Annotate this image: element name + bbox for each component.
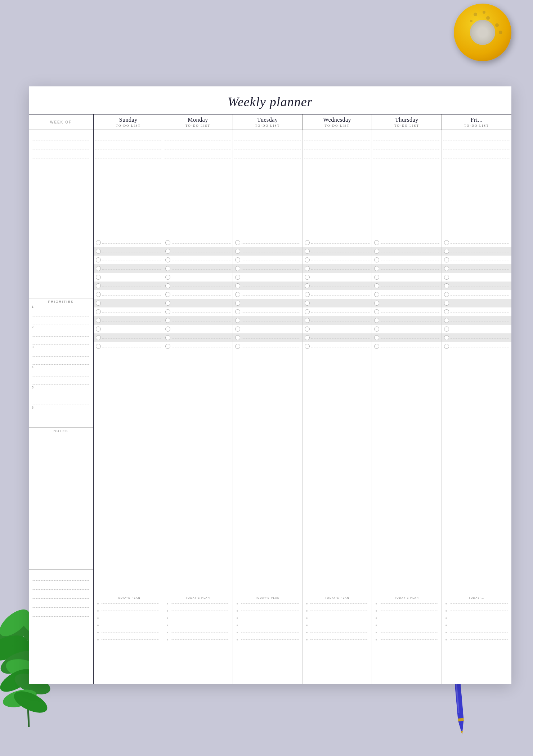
checkbox[interactable] (96, 240, 101, 245)
checkbox[interactable] (444, 283, 449, 288)
checkbox[interactable] (165, 309, 170, 314)
checkbox[interactable] (235, 301, 240, 306)
checkbox[interactable] (305, 292, 310, 297)
checkbox[interactable] (374, 327, 379, 332)
checkbox[interactable] (235, 327, 240, 332)
checkbox[interactable] (96, 249, 101, 254)
checkbox[interactable] (374, 335, 379, 340)
checkbox[interactable] (374, 301, 379, 306)
checkbox[interactable] (235, 249, 240, 254)
checkbox[interactable] (305, 275, 310, 280)
checkbox[interactable] (165, 327, 170, 332)
checkbox-row (442, 290, 511, 299)
checkbox[interactable] (165, 318, 170, 323)
checkbox[interactable] (305, 327, 310, 332)
checkbox[interactable] (305, 335, 310, 340)
plan-dot-row (303, 629, 372, 636)
checkbox[interactable] (444, 240, 449, 245)
checkbox[interactable] (96, 292, 101, 297)
checkbox[interactable] (165, 257, 170, 262)
checkbox[interactable] (165, 283, 170, 288)
checkbox[interactable] (444, 309, 449, 314)
checkbox[interactable] (374, 240, 379, 245)
checkbox[interactable] (96, 318, 101, 323)
checkbox[interactable] (96, 283, 101, 288)
checkbox[interactable] (165, 249, 170, 254)
checkbox[interactable] (96, 266, 101, 271)
checkbox[interactable] (235, 344, 240, 349)
checkbox[interactable] (374, 309, 379, 314)
checkbox[interactable] (235, 292, 240, 297)
week-of-label: WEEK OF (50, 120, 72, 124)
checkbox[interactable] (96, 301, 101, 306)
checkbox[interactable] (165, 301, 170, 306)
checkbox[interactable] (374, 275, 379, 280)
checkbox[interactable] (305, 283, 310, 288)
checkbox[interactable] (165, 344, 170, 349)
checkbox[interactable] (235, 275, 240, 280)
checkbox-row (94, 238, 163, 247)
checkbox[interactable] (444, 292, 449, 297)
checkbox[interactable] (444, 249, 449, 254)
checkbox[interactable] (444, 266, 449, 271)
day-sub-wednesday: TO-DO LIST (325, 124, 350, 127)
day-name-wednesday: Wednesday (323, 117, 351, 123)
checkbox[interactable] (444, 335, 449, 340)
priority-2: 2 (32, 325, 90, 345)
checkbox[interactable] (374, 318, 379, 323)
checkbox[interactable] (96, 344, 101, 349)
checkbox[interactable] (96, 257, 101, 262)
checkbox[interactable] (235, 283, 240, 288)
checkbox-row (163, 333, 232, 342)
checkbox[interactable] (165, 292, 170, 297)
checkbox[interactable] (374, 283, 379, 288)
checkbox[interactable] (235, 309, 240, 314)
header-tuesday: Tuesday TO-DO LIST (233, 114, 303, 130)
checkbox[interactable] (305, 344, 310, 349)
checkbox[interactable] (235, 240, 240, 245)
checkbox[interactable] (305, 266, 310, 271)
checkbox[interactable] (444, 257, 449, 262)
checkbox[interactable] (235, 318, 240, 323)
checkbox[interactable] (165, 335, 170, 340)
checkbox[interactable] (374, 249, 379, 254)
checkbox[interactable] (165, 275, 170, 280)
tuesday-checkboxes (233, 238, 302, 595)
checkbox[interactable] (235, 335, 240, 340)
checkbox[interactable] (235, 257, 240, 262)
checkbox[interactable] (305, 318, 310, 323)
checkbox-row (442, 256, 511, 264)
checkbox[interactable] (444, 275, 449, 280)
checkbox[interactable] (96, 335, 101, 340)
checkbox[interactable] (96, 327, 101, 332)
checkbox[interactable] (374, 266, 379, 271)
checkbox[interactable] (96, 275, 101, 280)
checkbox-row (442, 299, 511, 307)
header-friday: Fri... TO-DO LIST (442, 114, 511, 130)
checkbox-row (442, 333, 511, 342)
day-column-sunday: TODAY'S PLAN (94, 130, 163, 684)
checkbox[interactable] (305, 257, 310, 262)
checkbox-row (303, 256, 372, 264)
checkbox[interactable] (444, 327, 449, 332)
checkbox-row (442, 316, 511, 325)
checkbox[interactable] (165, 266, 170, 271)
checkbox[interactable] (444, 344, 449, 349)
checkbox[interactable] (444, 318, 449, 323)
plan-dot-row (94, 629, 163, 636)
checkbox[interactable] (96, 309, 101, 314)
checkbox[interactable] (305, 249, 310, 254)
checkbox[interactable] (305, 309, 310, 314)
checkbox[interactable] (374, 292, 379, 297)
priority-4: 4 (32, 365, 90, 385)
checkbox[interactable] (305, 301, 310, 306)
checkbox[interactable] (444, 301, 449, 306)
checkbox[interactable] (165, 240, 170, 245)
checkbox-row (233, 307, 302, 316)
checkbox[interactable] (305, 240, 310, 245)
checkbox[interactable] (374, 257, 379, 262)
checkbox[interactable] (235, 266, 240, 271)
checkbox[interactable] (374, 344, 379, 349)
wednesday-checkboxes (303, 238, 372, 595)
checkbox-row (233, 282, 302, 290)
